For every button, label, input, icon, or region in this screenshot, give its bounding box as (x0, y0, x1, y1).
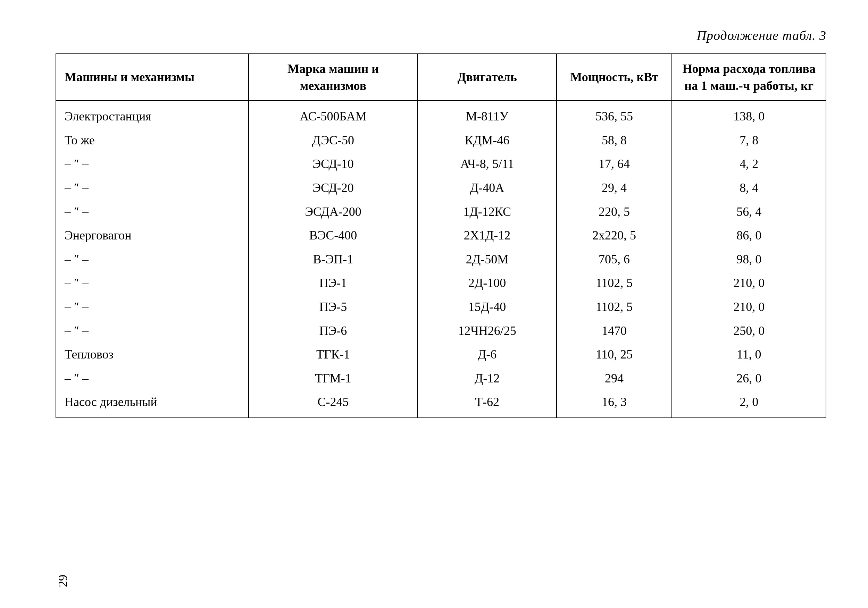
cell-brand: ЭСДА-200 (249, 200, 418, 224)
cell-fuel: 210, 0 (672, 295, 826, 319)
cell-engine: 2Д-50М (418, 248, 556, 271)
cell-machine: Энерговагон (56, 223, 249, 248)
cell-engine: АЧ-8, 5/11 (418, 152, 556, 176)
cell-power: 705, 6 (556, 248, 672, 271)
cell-machine: – ″ – (56, 248, 249, 271)
cell-machine: – ″ – (56, 319, 249, 343)
cell-fuel: 7, 8 (672, 128, 826, 152)
header-power: Мощность, кВт (556, 54, 672, 101)
table-row: ТепловозТГК-1Д-6110, 2511, 0 (56, 342, 826, 367)
cell-fuel: 138, 0 (672, 101, 826, 128)
header-machines: Машины и механизмы (56, 54, 249, 101)
cell-brand: ТГМ-1 (249, 367, 418, 390)
table-row: ЭнерговагонВЭС-4002Х1Д-122x220, 586, 0 (56, 223, 826, 248)
cell-brand: С-245 (249, 390, 418, 418)
cell-engine: 15Д-40 (418, 295, 556, 319)
cell-brand: АС-500БАМ (249, 101, 418, 128)
cell-machine: Электростанция (56, 101, 249, 128)
cell-fuel: 56, 4 (672, 200, 826, 224)
table-row: – ″ –ЭСД-20Д-40А29, 48, 4 (56, 176, 826, 200)
table-row: – ″ –ПЭ-515Д-401102, 5210, 0 (56, 295, 826, 319)
cell-machine: – ″ – (56, 152, 249, 176)
cell-brand: ЭСД-10 (249, 152, 418, 176)
cell-machine: – ″ – (56, 176, 249, 200)
cell-engine: 12ЧН26/25 (418, 319, 556, 343)
cell-brand: ЭСД-20 (249, 176, 418, 200)
cell-machine: – ″ – (56, 200, 249, 224)
table-row: – ″ –ПЭ-12Д-1001102, 5210, 0 (56, 271, 826, 295)
cell-engine: Т-62 (418, 390, 556, 418)
cell-brand: ДЭС-50 (249, 128, 418, 152)
cell-brand: ВЭС-400 (249, 223, 418, 248)
cell-fuel: 2, 0 (672, 390, 826, 418)
table-row: – ″ –ЭСДА-2001Д-12КС220, 556, 4 (56, 200, 826, 224)
cell-brand: ПЭ-5 (249, 295, 418, 319)
table-row: – ″ –ЭСД-10АЧ-8, 5/1117, 644, 2 (56, 152, 826, 176)
cell-power: 1470 (556, 319, 672, 343)
table-row: То жеДЭС-50КДМ-4658, 87, 8 (56, 128, 826, 152)
cell-engine: Д-40А (418, 176, 556, 200)
cell-brand: ПЭ-1 (249, 271, 418, 295)
cell-fuel: 210, 0 (672, 271, 826, 295)
cell-power: 2x220, 5 (556, 223, 672, 248)
cell-machine: – ″ – (56, 271, 249, 295)
cell-power: 536, 55 (556, 101, 672, 128)
cell-engine: 1Д-12КС (418, 200, 556, 224)
cell-engine: КДМ-46 (418, 128, 556, 152)
cell-power: 58, 8 (556, 128, 672, 152)
cell-power: 294 (556, 367, 672, 390)
cell-fuel: 250, 0 (672, 319, 826, 343)
cell-fuel: 86, 0 (672, 223, 826, 248)
main-table: Машины и механизмы Марка машин и механиз… (56, 53, 826, 418)
cell-machine: То же (56, 128, 249, 152)
cell-brand: ТГК-1 (249, 342, 418, 367)
cell-power: 16, 3 (556, 390, 672, 418)
cell-power: 1102, 5 (556, 295, 672, 319)
cell-fuel: 98, 0 (672, 248, 826, 271)
table-row: ЭлектростанцияАС-500БАММ-811У536, 55138,… (56, 101, 826, 128)
cell-fuel: 4, 2 (672, 152, 826, 176)
cell-machine: Тепловоз (56, 342, 249, 367)
cell-machine: Насос дизельный (56, 390, 249, 418)
cell-fuel: 11, 0 (672, 342, 826, 367)
cell-brand: В-ЭП-1 (249, 248, 418, 271)
cell-engine: Д-6 (418, 342, 556, 367)
cell-power: 110, 25 (556, 342, 672, 367)
header-brand: Марка машин и механизмов (249, 54, 418, 101)
cell-power: 220, 5 (556, 200, 672, 224)
table-row: – ″ –ТГМ-1Д-1229426, 0 (56, 367, 826, 390)
cell-power: 29, 4 (556, 176, 672, 200)
page: Продолжение табл. 3 Машины и механизмы М… (0, 0, 868, 608)
cell-fuel: 26, 0 (672, 367, 826, 390)
cell-power: 1102, 5 (556, 271, 672, 295)
header-fuel: Норма расхода топлива на 1 маш.-ч работы… (672, 54, 826, 101)
cell-brand: ПЭ-6 (249, 319, 418, 343)
cell-machine: – ″ – (56, 367, 249, 390)
cell-power: 17, 64 (556, 152, 672, 176)
header-engine: Двигатель (418, 54, 556, 101)
table-row: – ″ –ПЭ-612ЧН26/251470250, 0 (56, 319, 826, 343)
page-number: 29 (56, 575, 70, 587)
cell-machine: – ″ – (56, 295, 249, 319)
cell-engine: 2Х1Д-12 (418, 223, 556, 248)
table-row: – ″ –В-ЭП-12Д-50М705, 698, 0 (56, 248, 826, 271)
cell-engine: М-811У (418, 101, 556, 128)
cell-fuel: 8, 4 (672, 176, 826, 200)
continuation-label: Продолжение табл. 3 (56, 28, 826, 43)
cell-engine: Д-12 (418, 367, 556, 390)
table-row: Насос дизельныйС-245Т-6216, 32, 0 (56, 390, 826, 418)
cell-engine: 2Д-100 (418, 271, 556, 295)
